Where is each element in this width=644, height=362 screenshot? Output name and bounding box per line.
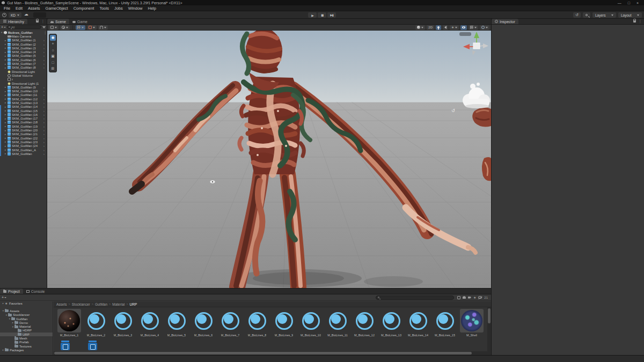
material-thumbnail[interactable] xyxy=(433,309,457,333)
material-thumbnail[interactable] xyxy=(84,309,108,333)
transform-tool-button[interactable]: ⊞ xyxy=(50,66,56,72)
favorite-search-icon[interactable]: ★ xyxy=(473,295,476,299)
tool-settings-dropdown[interactable] xyxy=(49,25,58,30)
material-thumbnail[interactable] xyxy=(165,309,188,333)
children-indicator-icon[interactable]: › xyxy=(43,47,47,50)
children-indicator-icon[interactable]: › xyxy=(43,141,47,144)
scene-visibility-button[interactable] xyxy=(460,25,467,30)
children-indicator-icon[interactable]: › xyxy=(43,125,47,128)
layout-dropdown[interactable]: Layout xyxy=(618,12,642,18)
hierarchy-item[interactable]: ▸SKM_GutMan (1› xyxy=(0,39,47,42)
project-tree-item-urp[interactable]: URP xyxy=(0,333,53,336)
children-indicator-icon[interactable]: › xyxy=(43,62,47,65)
hierarchy-item[interactable]: ▸SKM_GutMan (5› xyxy=(0,54,47,58)
shading-mode-dropdown[interactable] xyxy=(415,25,425,30)
hierarchy-item[interactable]: ▸SKM_GutMan (23› xyxy=(0,140,47,144)
material-item[interactable]: M_BioLines_13 xyxy=(378,309,405,337)
scene-lighting-button[interactable] xyxy=(436,25,441,30)
children-indicator-icon[interactable]: › xyxy=(43,113,47,116)
project-tree-item-textures[interactable]: Textures xyxy=(0,344,53,348)
project-tree-item-packages[interactable]: ▸Packages xyxy=(0,348,53,352)
2d-mode-button[interactable]: 2D xyxy=(427,25,434,30)
material-item[interactable]: M_BioLines_11 xyxy=(324,309,351,337)
horizontal-scrollbar[interactable] xyxy=(54,351,487,355)
menu-window[interactable]: Window xyxy=(126,6,145,11)
project-tree-item-mesh[interactable]: Mesh xyxy=(0,336,53,340)
material-thumbnail[interactable] xyxy=(379,309,403,333)
grid-snapping-dropdown[interactable] xyxy=(76,25,85,30)
scene-audio-button[interactable] xyxy=(443,25,448,30)
project-tree-item-hdrp[interactable]: HDRP xyxy=(0,329,53,333)
material-item[interactable]: M_BioLines_14 xyxy=(405,309,431,337)
material-item[interactable]: M_BioLines_7 xyxy=(217,309,244,337)
hierarchy-item[interactable]: ▸SKM_GutMan (16› xyxy=(0,113,47,116)
hierarchy-item[interactable]: ▸SKM_GutMan (13› xyxy=(0,101,47,105)
tab-console[interactable]: Console xyxy=(23,289,48,294)
maximize-button[interactable]: □ xyxy=(628,1,630,5)
align-tools-dropdown[interactable] xyxy=(98,25,108,30)
scene-viewport[interactable]: ↺ xyxy=(47,31,491,288)
account-dropdown[interactable]: KD xyxy=(9,12,21,18)
hierarchy-item[interactable]: ▸SKM_GutMan (20› xyxy=(0,128,47,132)
material-item[interactable]: M_BioLines_5 xyxy=(163,309,190,337)
hierarchy-item[interactable]: ▸SKM_GutMan (15› xyxy=(0,109,47,113)
hierarchy-item[interactable]: ▸SKM_GutMan (12› xyxy=(0,97,47,101)
gizmos-dropdown[interactable] xyxy=(480,25,489,30)
package-filter-icon[interactable] xyxy=(463,296,466,299)
hidden-packages-icon[interactable] xyxy=(478,296,482,299)
scale-tool-button[interactable]: ▣ xyxy=(50,54,56,60)
hierarchy-item[interactable]: ▸SKM_GutMan (6› xyxy=(0,58,47,62)
material-item[interactable]: M_BioLines_9 xyxy=(270,309,297,337)
project-tree-item-assets[interactable]: ▾Assets xyxy=(0,309,53,313)
material-thumbnail[interactable] xyxy=(272,309,296,333)
hierarchy-item[interactable]: ▸SKM_GutMan (19› xyxy=(0,124,47,128)
close-button[interactable]: × xyxy=(636,1,639,5)
kebab-menu-icon[interactable]: ⋮ xyxy=(44,31,47,34)
rotate-tool-button[interactable]: ○ xyxy=(50,47,56,53)
project-tree-item-gutman[interactable]: ▾GutMan xyxy=(0,317,53,321)
children-indicator-icon[interactable]: › xyxy=(43,43,47,46)
material-item[interactable]: M_BioLines_8 xyxy=(244,309,270,337)
step-button[interactable]: ▶▮ xyxy=(327,12,336,18)
vertical-scrollbar[interactable] xyxy=(487,307,491,351)
rotate-gizmo-icon[interactable]: ↺ xyxy=(451,108,455,113)
children-indicator-icon[interactable]: › xyxy=(43,152,47,156)
material-thumbnail[interactable] xyxy=(326,309,349,333)
hierarchy-item[interactable]: ▸SKM_GutMan (9› xyxy=(0,85,47,89)
hierarchy-item[interactable]: ▸SKM_GutMan (17› xyxy=(0,117,47,121)
gizmo-cube[interactable] xyxy=(473,43,480,49)
label-filter-icon[interactable] xyxy=(468,297,471,299)
hierarchy-item[interactable]: ▸SKM_GutMan (21› xyxy=(0,132,47,136)
material-item[interactable]: M_Shell xyxy=(458,309,485,337)
move-tool-button[interactable]: + xyxy=(50,41,56,47)
menu-tools[interactable]: Tools xyxy=(97,6,112,11)
create-object-button[interactable]: + xyxy=(1,25,6,29)
children-indicator-icon[interactable]: › xyxy=(43,149,47,152)
effects-dropdown[interactable]: ∗ xyxy=(450,25,459,30)
hierarchy-item[interactable]: ▸SKM_GutMan (3› xyxy=(0,46,47,50)
hierarchy-item[interactable]: Global Volume xyxy=(0,73,47,77)
scrollbar-thumb[interactable] xyxy=(488,308,491,323)
material-thumbnail[interactable] xyxy=(245,309,269,333)
children-indicator-icon[interactable]: › xyxy=(43,109,47,113)
material-thumbnail[interactable] xyxy=(138,309,162,333)
project-tree-item-prefab[interactable]: Prefab xyxy=(0,341,53,344)
menu-jobs[interactable]: Jobs xyxy=(112,6,126,11)
children-indicator-icon[interactable]: › xyxy=(43,98,47,101)
hierarchy-item[interactable]: ▸SKM_GutMan (24› xyxy=(0,144,47,148)
menu-help[interactable]: Help xyxy=(145,6,158,11)
tab-project[interactable]: Project xyxy=(0,289,23,294)
account-icon[interactable] xyxy=(2,13,6,17)
material-item[interactable]: M_BioLines_6 xyxy=(190,309,217,337)
tab-game[interactable]: Game xyxy=(69,19,91,24)
camera-settings-dropdown[interactable] xyxy=(469,25,478,30)
children-indicator-icon[interactable]: › xyxy=(43,144,47,147)
children-indicator-icon[interactable]: › xyxy=(43,86,47,89)
project-tree-item-stocklancer[interactable]: ▾Stocklancer xyxy=(0,313,53,317)
cloud-services-button[interactable]: ☁ xyxy=(24,12,28,17)
children-indicator-icon[interactable]: › xyxy=(43,54,47,57)
material-item[interactable]: M_BioLines_12 xyxy=(351,309,378,337)
children-indicator-icon[interactable]: › xyxy=(43,132,47,136)
material-thumbnail[interactable] xyxy=(192,309,215,333)
breadcrumb-segment[interactable]: Stocklancer xyxy=(72,302,90,306)
